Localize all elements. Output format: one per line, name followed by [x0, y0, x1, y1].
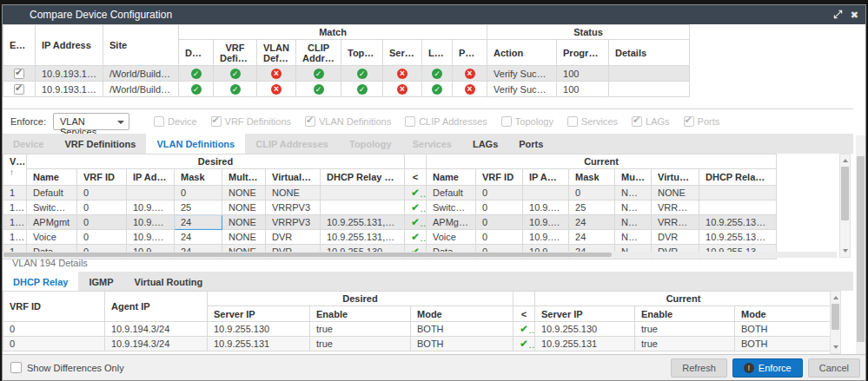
- scroll-down-icon[interactable]: [831, 342, 840, 352]
- col-progress[interactable]: Progress: [557, 40, 609, 66]
- tab-igmp[interactable]: IGMP: [78, 272, 123, 291]
- enabled-checkbox-cell[interactable]: [3, 66, 36, 82]
- compare-device-configuration-dialog: Compare Device Configuration ✖ Enabled I…: [2, 4, 866, 381]
- ports-mismatch-icon: [465, 69, 475, 79]
- tab-device[interactable]: Device: [3, 134, 54, 154]
- col-desired-dhcp-relay[interactable]: DHCP Relay Servers: [321, 169, 405, 186]
- col-vrf-id[interactable]: VRF ID: [3, 292, 105, 322]
- tab-vlan-definitions[interactable]: VLAN Definitions: [146, 134, 245, 154]
- scrollbar-thumb[interactable]: [3, 253, 612, 257]
- col-current-dhcp-relay[interactable]: DHCP Relay Servers: [699, 169, 777, 186]
- device-row[interactable]: 10.9.193.132 /World/Building1 Verify Suc…: [3, 66, 690, 82]
- col-clip-addresses[interactable]: CLIP Addresses: [296, 40, 341, 66]
- vlan-row[interactable]: 194 APMgmt 0 10.9.194.3 24 NONE VRRPV3 1…: [3, 215, 777, 230]
- dhcp-row[interactable]: 0 10.9.194.3/24 10.9.255.131 true BOTH 1…: [3, 337, 832, 351]
- scroll-up-icon[interactable]: [831, 292, 840, 303]
- col-site[interactable]: Site: [103, 25, 179, 66]
- refresh-button[interactable]: Refresh: [671, 358, 727, 378]
- scroll-up-icon[interactable]: [840, 155, 850, 166]
- col-desired-server-ip[interactable]: Server IP: [208, 306, 310, 322]
- vlan-row[interactable]: 193 SwitchMgmt 0 10.9.193.3 25 NONE VRRP…: [3, 200, 777, 215]
- device-checkbox[interactable]: [154, 116, 164, 127]
- col-current-name[interactable]: Name: [427, 169, 476, 186]
- dhcp-row[interactable]: 0 10.9.194.3/24 10.9.255.130 true BOTH 1…: [3, 322, 832, 337]
- col-lags[interactable]: LAGs: [422, 40, 453, 66]
- tab-topology[interactable]: Topology: [339, 134, 402, 154]
- vlan-definitions-table: VLAN↑ Desired Current Name VRF ID IP Add…: [3, 154, 777, 259]
- group-status: Status: [487, 25, 690, 40]
- col-current-virtual-routing[interactable]: Virtual Routing: [652, 169, 699, 186]
- topology-checkbox[interactable]: [501, 116, 512, 127]
- col-vlan-definitions[interactable]: VLAN Definitions: [257, 40, 296, 66]
- col-current-multicast[interactable]: Multicast: [615, 169, 652, 186]
- topology-match-icon: [357, 84, 368, 95]
- enforce-button[interactable]: ! Enforce: [732, 358, 803, 378]
- col-ports[interactable]: Ports: [453, 40, 487, 66]
- col-desired-virtual-routing[interactable]: Virtual Routing: [266, 169, 321, 186]
- col-topology[interactable]: Topology: [341, 40, 383, 66]
- col-vrf-definitions[interactable]: VRF Definitions: [214, 40, 257, 66]
- maximize-icon[interactable]: [833, 10, 843, 21]
- col-desired-multicast[interactable]: Multicast: [222, 169, 266, 186]
- col-agent-ip[interactable]: Agent IP: [105, 292, 208, 322]
- device-row[interactable]: 10.9.193.131 /World/Building1 Verify Suc…: [3, 82, 690, 97]
- show-differences-checkbox[interactable]: [10, 362, 22, 373]
- lags-match-icon: [432, 84, 442, 95]
- main-tabbar: Device VRF Definitions VLAN Definitions …: [3, 134, 853, 154]
- enforce-dropdown[interactable]: VLAN Services: [53, 113, 129, 130]
- enforce-warning-icon: !: [744, 363, 754, 373]
- vlan-row[interactable]: 195 Voice 0 10.9.195.3 24 NONE DVR 10.9.…: [3, 230, 777, 245]
- tab-dhcp-relay[interactable]: DHCP Relay: [3, 272, 78, 291]
- dhcp-vertical-scrollbar[interactable]: [830, 291, 841, 354]
- scrollbar-thumb[interactable]: [832, 304, 839, 330]
- tab-virtual-routing[interactable]: Virtual Routing: [124, 272, 214, 291]
- col-current-mask[interactable]: Mask: [569, 169, 615, 186]
- panel-vertical-scrollbar[interactable]: [856, 135, 865, 354]
- col-desired-vrf-id[interactable]: VRF ID: [77, 169, 127, 186]
- col-action[interactable]: Action: [487, 40, 557, 66]
- col-desired-ip[interactable]: IP Address: [127, 169, 175, 186]
- cancel-button[interactable]: Cancel: [808, 358, 860, 378]
- enabled-checkbox[interactable]: [14, 84, 24, 95]
- enabled-checkbox-cell[interactable]: [3, 82, 36, 97]
- col-current-enable[interactable]: Enable: [635, 306, 735, 322]
- clip-checkbox[interactable]: [405, 116, 415, 127]
- vlan-horizontal-scrollbar[interactable]: [3, 252, 837, 258]
- col-vlan-sort[interactable]: VLAN↑: [3, 154, 27, 186]
- col-ip-address[interactable]: IP Address: [36, 25, 103, 66]
- tab-lags[interactable]: LAGs: [462, 134, 508, 154]
- dialog-title: Compare Device Configuration: [30, 9, 172, 21]
- col-enabled[interactable]: Enabled: [3, 25, 36, 66]
- scrollbar-thumb[interactable]: [841, 167, 849, 220]
- scroll-down-icon[interactable]: [840, 246, 850, 256]
- col-desired-mode[interactable]: Mode: [411, 306, 514, 322]
- focused-cell[interactable]: 24: [175, 215, 222, 230]
- vrf-checkbox[interactable]: [211, 116, 222, 127]
- enforce-option-device: Device: [154, 116, 197, 127]
- tab-services[interactable]: Services: [402, 134, 462, 154]
- col-current-vrf-id[interactable]: VRF ID: [476, 169, 523, 186]
- col-desired-name[interactable]: Name: [27, 169, 77, 186]
- col-current-ip[interactable]: IP Address: [523, 169, 569, 186]
- col-device[interactable]: Device: [179, 40, 214, 66]
- col-current-mode[interactable]: Mode: [735, 306, 832, 322]
- services-checkbox[interactable]: [567, 116, 578, 127]
- col-details[interactable]: Details: [609, 40, 690, 66]
- tab-clip-addresses[interactable]: CLIP Addresses: [245, 134, 339, 154]
- ports-checkbox[interactable]: [684, 116, 694, 127]
- col-current-server-ip[interactable]: Server IP: [535, 306, 635, 322]
- match-check-icon: [411, 217, 420, 227]
- enabled-checkbox[interactable]: [14, 69, 24, 79]
- col-services[interactable]: Services: [383, 40, 422, 66]
- enforce-bar: Enforce: VLAN Services Device VRF Defini…: [3, 108, 853, 134]
- close-icon[interactable]: ✖: [851, 10, 858, 20]
- vlan-row[interactable]: 1 Default 0 0 NONE NONE Default 0 0 NONE…: [3, 186, 777, 200]
- scrollbar-thumb[interactable]: [857, 156, 865, 342]
- col-desired-enable[interactable]: Enable: [310, 306, 411, 322]
- vlan-checkbox[interactable]: [305, 116, 315, 127]
- col-desired-mask[interactable]: Mask: [175, 169, 222, 186]
- vlan-vertical-scrollbar[interactable]: [839, 154, 851, 258]
- tab-vrf-definitions[interactable]: VRF Definitions: [54, 134, 146, 154]
- lags-checkbox[interactable]: [632, 116, 642, 127]
- tab-ports[interactable]: Ports: [508, 134, 553, 154]
